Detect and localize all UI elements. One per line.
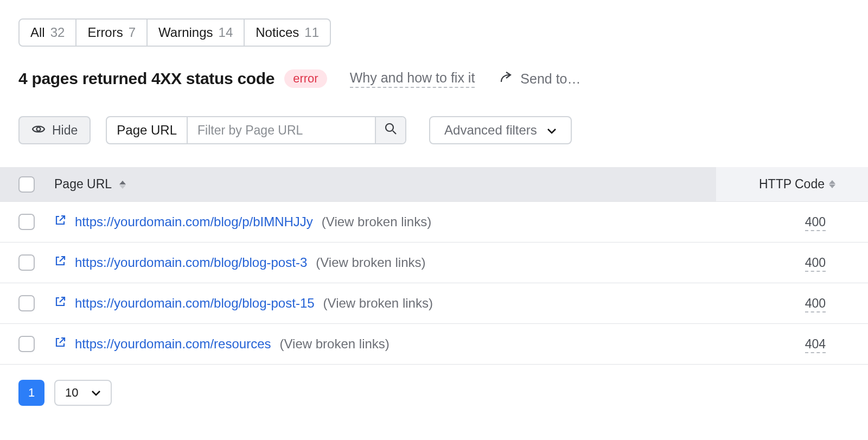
svg-point-0 xyxy=(37,127,41,131)
sort-icon xyxy=(829,180,835,188)
page-size-label: 10 xyxy=(65,386,78,400)
select-all-checkbox[interactable] xyxy=(18,176,35,193)
tab-count: 7 xyxy=(129,25,136,40)
hide-label: Hide xyxy=(52,123,78,138)
advanced-filters-label: Advanced filters xyxy=(444,123,537,138)
external-link-icon[interactable] xyxy=(54,214,66,229)
column-header-code[interactable]: HTTP Code xyxy=(716,167,868,201)
http-code: 400 xyxy=(805,256,826,272)
page-title: 4 pages returned 4XX status code xyxy=(18,69,275,88)
row-checkbox[interactable] xyxy=(18,254,35,271)
row-checkbox[interactable] xyxy=(18,336,35,352)
row-checkbox[interactable] xyxy=(18,214,35,230)
page-size-selector[interactable]: 10 xyxy=(54,380,112,406)
table-row: https://yourdomain.com/resources(View br… xyxy=(0,323,868,364)
external-link-icon[interactable] xyxy=(54,336,66,352)
chevron-down-icon xyxy=(91,386,101,400)
table-row: https://yourdomain.com/blog/blog-post-3(… xyxy=(0,242,868,283)
pagination-bar: 1 10 xyxy=(0,365,868,421)
share-arrow-icon xyxy=(500,71,514,87)
tab-count: 11 xyxy=(304,25,319,40)
page-url-link[interactable]: https://yourdomain.com/blog/p/bIMNHJJy xyxy=(75,214,313,229)
sort-icon xyxy=(119,181,126,189)
table-row: https://yourdomain.com/blog/blog-post-15… xyxy=(0,283,868,323)
page-url-link[interactable]: https://yourdomain.com/blog/blog-post-3 xyxy=(75,255,307,270)
page-number-label: 1 xyxy=(28,386,35,400)
column-label: Page URL xyxy=(54,177,111,191)
severity-badge: error xyxy=(284,69,327,88)
tab-notices[interactable]: Notices 11 xyxy=(245,20,330,46)
filter-field-label[interactable]: Page URL xyxy=(107,117,188,143)
tab-warnings[interactable]: Warnings 14 xyxy=(148,20,245,46)
external-link-icon[interactable] xyxy=(54,296,66,311)
view-broken-links-link[interactable]: (View broken links) xyxy=(322,214,431,229)
view-broken-links-link[interactable]: (View broken links) xyxy=(280,336,390,352)
send-to-label: Send to… xyxy=(520,71,580,87)
row-checkbox[interactable] xyxy=(18,295,35,311)
url-filter-group: Page URL xyxy=(106,116,406,144)
eye-icon xyxy=(31,123,46,138)
chevron-down-icon xyxy=(547,123,557,138)
filter-input[interactable] xyxy=(188,117,375,143)
search-icon xyxy=(385,123,397,138)
column-label: HTTP Code xyxy=(759,177,825,192)
external-link-icon[interactable] xyxy=(54,255,66,270)
page-url-link[interactable]: https://yourdomain.com/blog/blog-post-15 xyxy=(75,296,315,311)
view-broken-links-link[interactable]: (View broken links) xyxy=(316,255,425,270)
results-table: Page URL HTTP Code https://yourdomain.co… xyxy=(0,167,868,365)
controls-row: Hide Page URL Advanced filters xyxy=(0,116,868,144)
tab-count: 32 xyxy=(50,25,65,40)
view-broken-links-link[interactable]: (View broken links) xyxy=(323,296,433,311)
page-url-link[interactable]: https://yourdomain.com/resources xyxy=(75,336,271,352)
svg-point-1 xyxy=(386,124,393,131)
hide-button[interactable]: Hide xyxy=(18,116,91,144)
http-code: 400 xyxy=(805,215,826,231)
tab-label: Notices xyxy=(256,25,299,40)
page-number[interactable]: 1 xyxy=(18,380,44,406)
column-header-url[interactable]: Page URL xyxy=(54,167,716,201)
tab-errors[interactable]: Errors 7 xyxy=(76,20,148,46)
table-header-row: Page URL HTTP Code xyxy=(0,167,868,201)
tab-label: All xyxy=(30,25,45,40)
issue-type-tabs: All 32 Errors 7 Warnings 14 Notices 11 xyxy=(18,18,331,47)
headline-row: 4 pages returned 4XX status code error W… xyxy=(0,69,868,88)
advanced-filters-button[interactable]: Advanced filters xyxy=(429,116,572,144)
http-code: 400 xyxy=(805,296,826,313)
filter-search-button[interactable] xyxy=(375,117,405,143)
tab-count: 14 xyxy=(219,25,233,40)
send-to-menu[interactable]: Send to… xyxy=(500,71,580,87)
table-row: https://yourdomain.com/blog/p/bIMNHJJy(V… xyxy=(0,201,868,242)
help-link[interactable]: Why and how to fix it xyxy=(350,70,475,88)
tab-all[interactable]: All 32 xyxy=(20,20,76,46)
tab-label: Errors xyxy=(87,25,123,40)
http-code: 404 xyxy=(805,337,826,353)
tab-label: Warnings xyxy=(158,25,213,40)
